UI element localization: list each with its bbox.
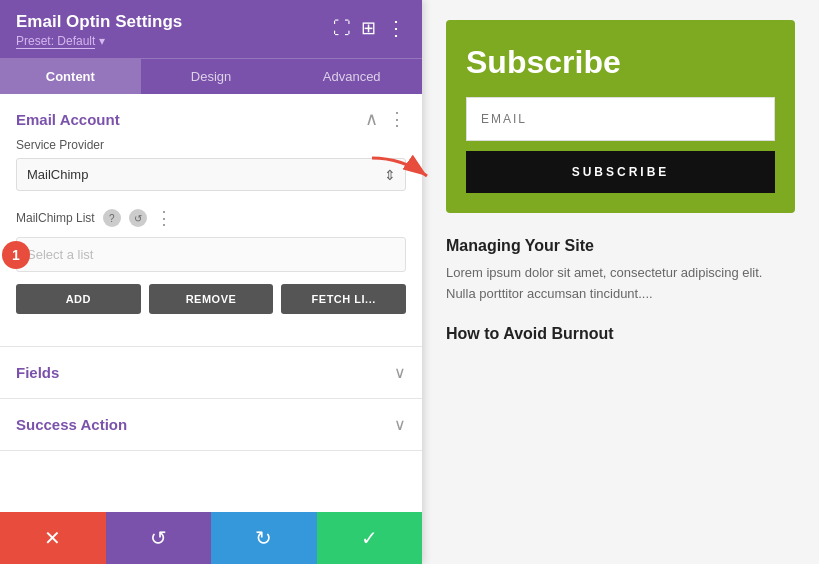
service-provider-label: Service Provider: [16, 138, 406, 152]
mailchimp-list-label: MailChimp List: [16, 211, 95, 225]
subscribe-title: Subscribe: [466, 44, 775, 81]
article-1: Managing Your Site Lorem ipsum dolor sit…: [446, 237, 795, 305]
email-account-section: Email Account ∧ ⋮ Service Provider MailC…: [0, 94, 422, 347]
section-header: Email Account ∧ ⋮: [0, 94, 422, 138]
fields-title: Fields: [16, 364, 59, 381]
service-provider-select[interactable]: MailChimp AWeber GetResponse ActiveCampa…: [16, 158, 406, 191]
fields-section: Fields ∨: [0, 347, 422, 399]
panel-header-icons: ⛶ ⊞ ⋮: [333, 16, 406, 40]
article-1-title: Managing Your Site: [446, 237, 795, 255]
list-more-icon[interactable]: ⋮: [155, 207, 173, 229]
email-input[interactable]: [466, 97, 775, 141]
panel-header: Email Optin Settings Preset: Default ▾ ⛶…: [0, 0, 422, 58]
tabs: Content Design Advanced: [0, 58, 422, 94]
expand-icon[interactable]: ⛶: [333, 18, 351, 39]
more-icon[interactable]: ⋮: [386, 16, 406, 40]
section-content: Service Provider MailChimp AWeber GetRes…: [0, 138, 422, 346]
email-account-title: Email Account: [16, 111, 120, 128]
service-provider-select-wrapper: MailChimp AWeber GetResponse ActiveCampa…: [16, 158, 406, 191]
panel-body: Email Account ∧ ⋮ Service Provider MailC…: [0, 94, 422, 512]
panel-preset: Preset: Default ▾: [16, 34, 182, 48]
success-action-header[interactable]: Success Action ∨: [0, 399, 422, 450]
tab-content[interactable]: Content: [0, 59, 141, 94]
article-1-body: Lorem ipsum dolor sit amet, consectetur …: [446, 263, 795, 305]
article-2-title: How to Avoid Burnout: [446, 325, 795, 343]
preset-link[interactable]: Preset: Default: [16, 34, 95, 49]
add-button[interactable]: ADD: [16, 284, 141, 314]
success-action-section: Success Action ∨: [0, 399, 422, 451]
tab-advanced[interactable]: Advanced: [281, 59, 422, 94]
list-select-field[interactable]: Select a list: [16, 237, 406, 272]
balloon-number: 1: [2, 241, 30, 269]
success-action-chevron-icon: ∨: [394, 415, 406, 434]
remove-button[interactable]: REMOVE: [149, 284, 274, 314]
mailchimp-list-row: MailChimp List ? ↺ ⋮: [16, 207, 406, 229]
action-buttons: ADD REMOVE FETCH LI...: [16, 284, 406, 314]
save-button[interactable]: ✓: [317, 512, 423, 564]
right-panel: Subscribe SUBSCRIBE Managing Your Site L…: [422, 0, 819, 564]
bottom-bar: ✕ ↺ ↻ ✓: [0, 512, 422, 564]
fetch-button[interactable]: FETCH LI...: [281, 284, 406, 314]
left-panel: Email Optin Settings Preset: Default ▾ ⛶…: [0, 0, 422, 564]
list-select-container: 1 Select a list: [16, 237, 406, 272]
collapse-icon[interactable]: ∧: [365, 110, 378, 128]
section-header-icons: ∧ ⋮: [365, 110, 406, 128]
panel-header-left: Email Optin Settings Preset: Default ▾: [16, 12, 182, 48]
section-more-icon[interactable]: ⋮: [388, 110, 406, 128]
help-icon[interactable]: ?: [103, 209, 121, 227]
columns-icon[interactable]: ⊞: [361, 17, 376, 39]
cancel-button[interactable]: ✕: [0, 512, 106, 564]
article-2: How to Avoid Burnout: [446, 325, 795, 343]
panel-title: Email Optin Settings: [16, 12, 182, 32]
refresh-icon[interactable]: ↺: [129, 209, 147, 227]
subscribe-widget: Subscribe SUBSCRIBE: [446, 20, 795, 213]
list-select-wrapper: Select a list: [16, 237, 406, 272]
fields-header[interactable]: Fields ∨: [0, 347, 422, 398]
fields-chevron-icon: ∨: [394, 363, 406, 382]
tab-design[interactable]: Design: [141, 59, 282, 94]
success-action-title: Success Action: [16, 416, 127, 433]
redo-button[interactable]: ↻: [211, 512, 317, 564]
undo-button[interactable]: ↺: [106, 512, 212, 564]
subscribe-button[interactable]: SUBSCRIBE: [466, 151, 775, 193]
